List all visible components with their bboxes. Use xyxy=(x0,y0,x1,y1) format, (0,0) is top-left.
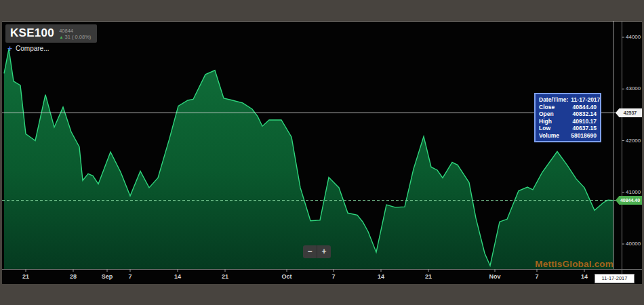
symbol-change-text: 31 ( 0.08%) xyxy=(65,34,92,40)
watermark: MettisGlobal.com xyxy=(535,259,613,269)
plus-icon: + xyxy=(7,45,12,52)
x-axis-label: 21 xyxy=(214,272,236,281)
x-axis-label: 14 xyxy=(573,272,595,281)
x-axis-label: Sep xyxy=(96,272,118,281)
tooltip-rows: Date/Time:11-17-2017Close40844.40Open408… xyxy=(539,96,597,139)
y-axis-label: 40000 xyxy=(626,241,641,247)
zoom-controls: − + xyxy=(303,245,331,258)
crosshair-date-label: 11-17-2017 xyxy=(595,274,635,283)
tooltip-row: Close40844.40 xyxy=(539,104,597,111)
zoom-out-button[interactable]: − xyxy=(303,245,317,258)
zoom-in-button[interactable]: + xyxy=(317,245,331,258)
x-axis-label: 7 xyxy=(119,272,141,281)
tooltip-row: Volume58018690 xyxy=(539,132,597,140)
symbol-badge[interactable]: KSE100 40844 ▲ 31 ( 0.08%) xyxy=(5,24,97,43)
x-axis-label: 28 xyxy=(62,272,84,281)
up-arrow-icon: ▲ xyxy=(59,34,63,40)
compare-link[interactable]: + Compare... xyxy=(7,45,49,52)
upper-price-marker: 42537 xyxy=(616,108,642,117)
compare-label: Compare... xyxy=(16,45,49,52)
x-axis-label: 14 xyxy=(370,272,392,281)
x-axis-label: 21 xyxy=(418,272,439,281)
tooltip-row: Date/Time:11-17-2017 xyxy=(539,96,597,104)
y-axis-label: 41000 xyxy=(626,189,641,196)
symbol-change: ▲ 31 ( 0.08%) xyxy=(59,34,91,40)
symbol-last-value: 40844 xyxy=(59,28,91,34)
symbol-quote-info: 40844 ▲ 31 ( 0.08%) xyxy=(59,27,91,40)
x-axis-label: 21 xyxy=(15,272,37,281)
tooltip-row: Low40637.15 xyxy=(539,125,597,132)
x-axis-label: 7 xyxy=(323,272,344,281)
price-area-fill xyxy=(4,49,613,270)
y-axis-label: 44000 xyxy=(626,34,641,41)
x-axis-label: 14 xyxy=(167,272,188,281)
tooltip-row: High40910.17 xyxy=(539,118,597,125)
y-axis-label: 42000 xyxy=(626,138,641,144)
current-price-marker: 40844.40 xyxy=(616,196,642,205)
tooltip-row: Open40832.14 xyxy=(539,110,597,118)
ohlc-tooltip: Date/Time:11-17-2017Close40844.40Open408… xyxy=(534,93,601,142)
x-axis-label: Nov xyxy=(484,272,506,281)
x-axis-label: 7 xyxy=(526,272,548,281)
x-axis-label: Oct xyxy=(276,272,298,281)
symbol-name: KSE100 xyxy=(10,26,54,40)
chart-window: KSE100 40844 ▲ 31 ( 0.08%) + Compare... … xyxy=(0,0,644,305)
y-axis-label: 43000 xyxy=(626,85,641,92)
